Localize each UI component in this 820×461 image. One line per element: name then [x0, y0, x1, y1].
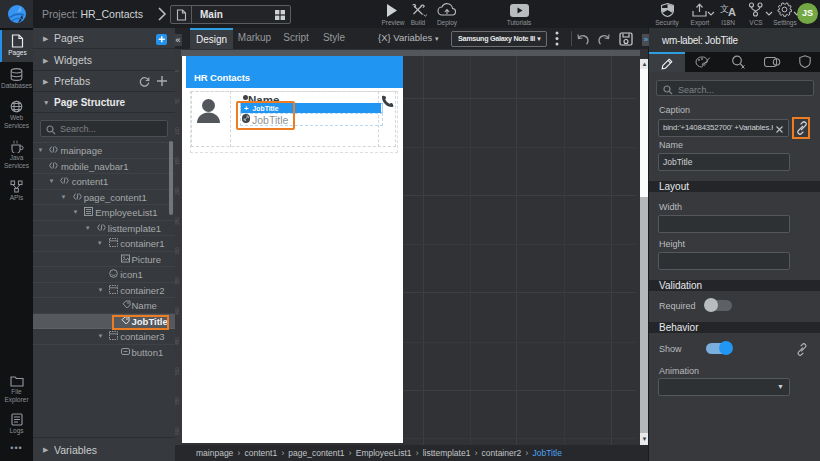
svg-text:450: 450 — [175, 337, 180, 345]
svg-text:600: 600 — [175, 427, 180, 435]
svg-text:200: 200 — [175, 187, 180, 195]
svg-text:100: 100 — [175, 127, 180, 135]
svg-text:400: 400 — [175, 307, 180, 315]
svg-text:250: 250 — [175, 217, 180, 225]
svg-text:0: 0 — [175, 69, 180, 72]
svg-text:350: 350 — [175, 277, 180, 285]
svg-text:150: 150 — [175, 157, 180, 165]
svg-text:A: A — [728, 6, 736, 17]
svg-text:500: 500 — [175, 367, 180, 375]
svg-text:550: 550 — [175, 397, 180, 405]
svg-text:300: 300 — [175, 247, 180, 255]
svg-text:50: 50 — [175, 98, 180, 104]
